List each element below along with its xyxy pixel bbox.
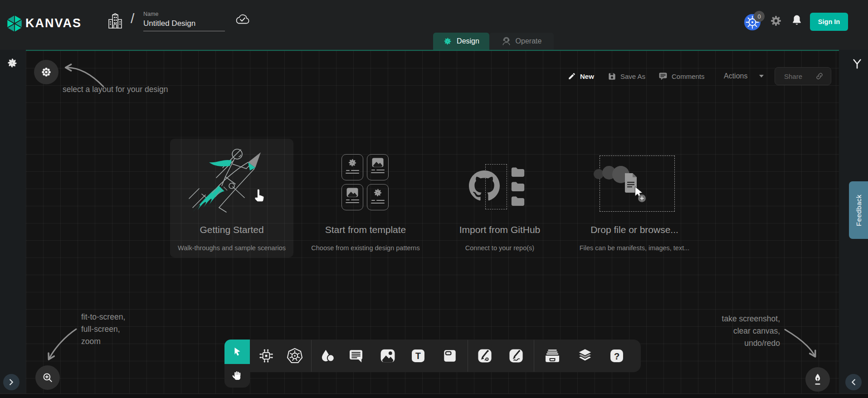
save-as-label: Save As [620,73,645,80]
components-tool[interactable] [258,348,274,364]
template-preview-tiles[interactable] [341,154,390,210]
kanvas-logo-icon[interactable] [5,14,24,34]
expand-left-panel-button[interactable] [3,374,20,390]
pan-tool[interactable] [224,364,250,388]
screenshot-pen-button[interactable] [805,367,830,392]
cloud-saved-icon [235,14,250,25]
github-card-title[interactable]: Import from GitHub [454,224,545,235]
toolbar-divider [311,340,312,372]
magnifier-plus-icon [42,372,54,383]
text-tool[interactable]: T [410,348,426,364]
layout-picker-button[interactable] [34,60,59,84]
layout-flower-icon [40,66,52,78]
getting-started-title: Getting Started [170,224,293,235]
breadcrumb-separator: / [131,11,134,26]
template-card-subtitle: Choose from existing design patterns [311,244,420,252]
operate-headset-icon [502,37,511,46]
rocket-illustration [179,143,284,221]
hand-cursor-icon [252,189,266,205]
chevron-left-icon [848,377,858,387]
slingshot-y-icon[interactable] [852,58,863,70]
kanvas-app: KANVAS / Name [0,0,868,398]
notifications-bell-icon[interactable] [791,14,802,26]
template-card-title[interactable]: Start from template [320,224,411,235]
text-tool-glyph: T [415,351,421,361]
iris-icon [347,158,357,168]
drawer-tool[interactable] [544,348,561,364]
hand-tool-icon [231,370,243,382]
pencil-tool[interactable] [508,348,524,364]
toolbar-divider [468,340,468,372]
pen-nib-icon [812,373,824,386]
iris-panel-icon[interactable] [6,57,18,69]
bottom-strip [0,393,868,398]
settings-gear-icon[interactable] [770,15,782,27]
repo-folder-icon [511,181,525,192]
getting-started-subtitle: Walk-throughs and sample scenarios [163,244,300,252]
comments-button[interactable]: Comments [658,68,705,84]
design-name-label: Name [143,11,158,17]
drop-card-title[interactable]: Drop file or browse... [585,224,684,235]
template-tile [341,184,363,210]
brand-title: KANVAS [25,16,82,30]
share-button[interactable]: Share [775,67,831,85]
mode-tabs: Design Operate [433,33,554,50]
comment-tool[interactable] [348,348,364,364]
share-label: Share [784,73,802,80]
drop-card-subtitle: Files can be manifests, images, text... [575,244,693,252]
zoom-button[interactable] [35,365,60,390]
left-rail [0,50,26,393]
note-tool[interactable] [442,348,458,364]
image-icon [346,188,358,197]
design-name-input[interactable] [143,18,225,31]
screenshot-hint-text: take screenshot, clear canvas, undo/redo [698,313,780,349]
chevron-down-icon [759,74,764,78]
pencil-new-icon [568,72,576,80]
add-plus-badge [638,194,646,202]
comments-label: Comments [672,73,705,80]
design-iris-icon [443,37,452,46]
save-as-button[interactable]: Save As [608,68,645,84]
app-header: KANVAS / Name [0,0,868,50]
help-tool[interactable]: ? [609,348,625,364]
layout-hint-text: select a layout for your design [63,83,168,96]
image-icon [372,158,384,167]
help-tool-glyph: ? [614,351,620,361]
kubernetes-tool[interactable] [287,348,303,364]
iris-icon [373,188,383,198]
layers-tool[interactable] [577,348,593,364]
template-tile [341,154,363,180]
shapes-tool[interactable] [319,348,336,364]
toolbar-divider [534,340,534,372]
repo-folder-icon [511,166,525,177]
new-design-button[interactable]: New [568,68,594,84]
feedback-tab[interactable]: Feedback [849,181,868,239]
template-tile [367,154,389,180]
organization-icon[interactable] [107,13,123,30]
sign-in-button[interactable]: Sign In [810,13,848,31]
repo-folder-icon [511,195,525,206]
save-icon [608,72,616,81]
share-link-icon [815,72,824,80]
tab-operate-label: Operate [516,37,542,45]
actions-label: Actions [724,72,747,80]
feedback-label: Feedback [855,194,863,226]
template-tile [367,184,389,210]
comments-icon [658,72,668,81]
new-label: New [580,73,594,80]
tab-operate[interactable]: Operate [489,33,554,50]
select-arrow-icon [231,346,243,358]
image-tool[interactable] [380,348,396,364]
tab-design-label: Design [457,37,479,45]
collapse-right-panel-button[interactable] [845,374,862,390]
actions-dropdown[interactable]: Actions [724,68,764,84]
github-octocat-icon[interactable] [469,170,500,201]
github-card-subtitle: Connect to your repo(s) [454,244,545,252]
pen-tool[interactable] [477,348,493,364]
credits-badge: 0 [754,11,765,22]
chevron-right-icon [6,377,16,387]
select-tool[interactable] [224,340,250,364]
zoom-hint-text: fit-to-screen, full-screen, zoom [81,311,125,348]
tab-design[interactable]: Design [433,33,489,50]
